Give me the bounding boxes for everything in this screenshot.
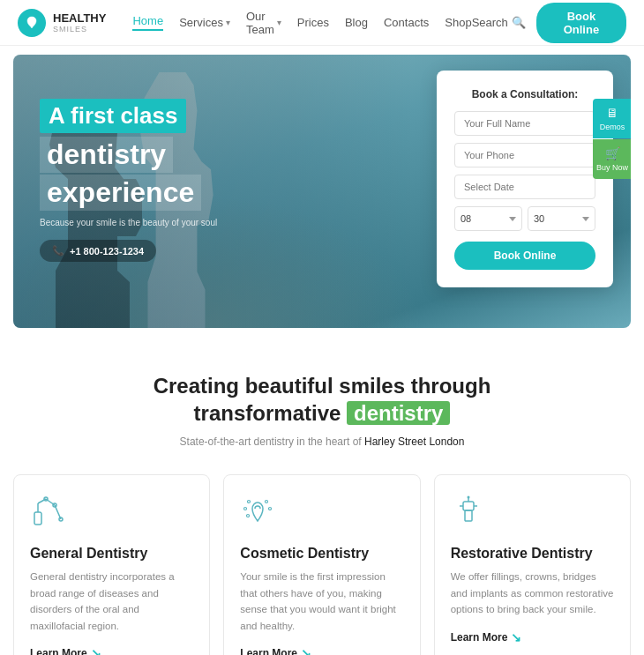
cosmetic-dentistry-title: Cosmetic Dentistry xyxy=(240,546,403,562)
section-subtitle: State-of-the-art dentistry in the heart … xyxy=(18,435,626,448)
hour-select[interactable]: 08 xyxy=(454,206,522,231)
svg-point-8 xyxy=(248,501,251,503)
cart-icon: 🛒 xyxy=(605,146,620,160)
minute-select[interactable]: 30 xyxy=(528,206,595,231)
arrow-icon: ↘ xyxy=(301,646,311,655)
arrow-icon: ↘ xyxy=(91,646,101,655)
nav-services[interactable]: Services ▾ xyxy=(179,16,230,29)
time-row: 08 30 xyxy=(454,206,595,231)
logo-text: HEALTHY SMILES xyxy=(53,11,106,33)
services-cards: General Dentistry General dentistry inco… xyxy=(0,465,644,655)
hero-content: A first class dentistry experience Becau… xyxy=(40,99,217,262)
chevron-icon: ▾ xyxy=(226,18,230,27)
restorative-dentistry-icon xyxy=(451,495,614,533)
hero-line3: experience xyxy=(47,176,194,208)
navbar: HEALTHY SMILES Home Services ▾ Our Team … xyxy=(0,0,644,46)
chevron-icon: ▾ xyxy=(277,18,281,27)
highlight-dentistry: dentistry xyxy=(347,401,450,425)
hero-subtitle: Because your smile is the beauty of your… xyxy=(40,218,217,227)
svg-rect-13 xyxy=(463,502,474,510)
cosmetic-dentistry-card: Cosmetic Dentistry Your smile is the fir… xyxy=(223,474,420,655)
booking-card: Book a Consultation: 08 30 Book Online xyxy=(437,71,613,287)
general-dentistry-icon xyxy=(30,495,193,533)
cosmetic-dentistry-desc: Your smile is the first impression that … xyxy=(240,569,403,634)
date-input[interactable] xyxy=(454,175,595,199)
hero-phone-button[interactable]: 📞 +1 800-123-1234 xyxy=(40,240,156,262)
svg-line-5 xyxy=(46,499,55,505)
restorative-dentistry-title: Restorative Dentistry xyxy=(451,546,614,562)
section-title: Creating beautiful smiles through transf… xyxy=(18,372,626,427)
buy-now-button[interactable]: 🛒 Buy Now xyxy=(593,139,631,179)
arrow-icon: ↘ xyxy=(511,630,521,644)
svg-point-16 xyxy=(467,496,469,499)
search-icon: 🔍 xyxy=(512,16,526,29)
restorative-dentistry-desc: We offer fillings, crowns, bridges and i… xyxy=(451,569,614,617)
nav-links: Home Services ▾ Our Team ▾ Prices Blog C… xyxy=(132,10,471,36)
nav-right: Search 🔍 Book Online xyxy=(472,3,626,43)
nav-our-team[interactable]: Our Team ▾ xyxy=(246,10,281,36)
hero-line2: dentistry xyxy=(47,138,166,170)
book-online-nav-button[interactable]: Book Online xyxy=(536,3,626,43)
demos-button[interactable]: 🖥 Demos xyxy=(593,99,631,138)
cosmetic-dentistry-icon xyxy=(240,495,403,533)
restorative-dentistry-learn-more[interactable]: Learn More ↘ xyxy=(451,630,614,644)
phone-icon: 📞 xyxy=(52,245,64,257)
cosmetic-dentistry-learn-more[interactable]: Learn More ↘ xyxy=(240,646,403,655)
nav-shop[interactable]: Shop xyxy=(445,16,471,29)
svg-rect-14 xyxy=(465,510,472,521)
general-dentistry-learn-more[interactable]: Learn More ↘ xyxy=(30,646,193,655)
hero-section: A first class dentistry experience Becau… xyxy=(13,55,631,328)
restorative-dentistry-card: Restorative Dentistry We offer fillings,… xyxy=(434,474,631,655)
full-name-input[interactable] xyxy=(454,111,595,136)
svg-rect-0 xyxy=(34,512,41,525)
general-dentistry-title: General Dentistry xyxy=(30,546,193,562)
search-button[interactable]: Search 🔍 xyxy=(472,16,526,29)
book-online-card-button[interactable]: Book Online xyxy=(454,242,595,270)
side-buttons: 🖥 Demos 🛒 Buy Now xyxy=(593,99,631,179)
general-dentistry-card: General Dentistry General dentistry inco… xyxy=(13,474,210,655)
logo: HEALTHY SMILES xyxy=(18,9,106,37)
general-dentistry-desc: General dentistry incorporates a broad r… xyxy=(30,569,193,634)
svg-point-12 xyxy=(247,515,250,517)
logo-icon xyxy=(18,9,46,37)
svg-point-11 xyxy=(269,508,272,510)
section-heading: Creating beautiful smiles through transf… xyxy=(0,337,644,465)
hero-tag: A first class xyxy=(40,99,186,133)
svg-point-9 xyxy=(266,501,268,503)
demos-icon: 🖥 xyxy=(606,106,618,120)
nav-prices[interactable]: Prices xyxy=(297,16,329,29)
booking-card-title: Book a Consultation: xyxy=(454,88,595,100)
phone-input[interactable] xyxy=(454,143,595,167)
nav-contacts[interactable]: Contacts xyxy=(384,16,429,29)
nav-blog[interactable]: Blog xyxy=(345,16,368,29)
svg-point-10 xyxy=(244,508,247,510)
nav-home[interactable]: Home xyxy=(132,14,163,31)
